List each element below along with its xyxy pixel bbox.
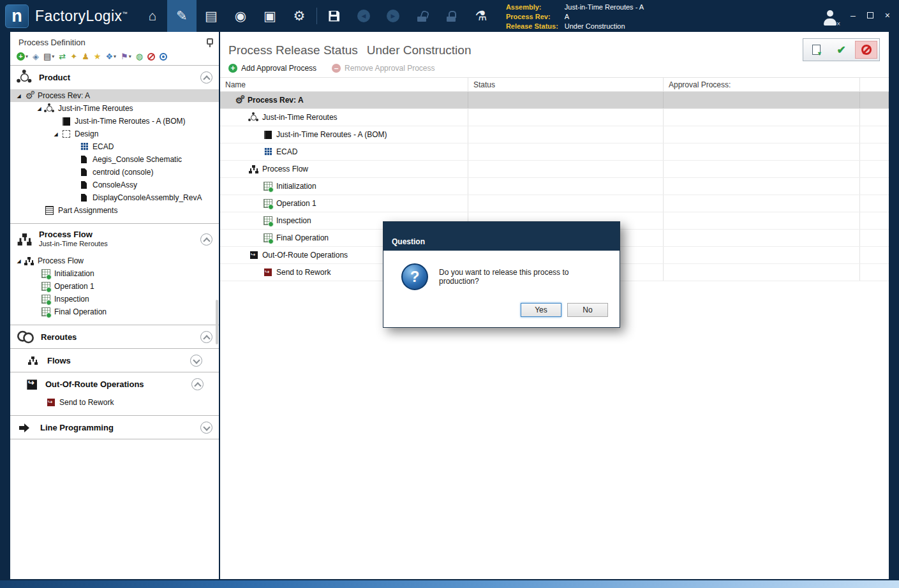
web-view-button[interactable]: ◈ [33,52,39,61]
audit-search-button[interactable]: ⚗ [466,0,496,32]
collapse-process-flow-button[interactable] [200,233,212,246]
tree-item-final-operation[interactable]: Final Operation [10,305,219,318]
tree-item-send-to-rework[interactable]: Send to Rework [10,396,219,409]
maximize-button[interactable] [867,11,873,20]
revoke-release-button[interactable] [855,41,877,59]
tree-item-initialization[interactable]: Initialization [10,267,219,280]
minimize-button[interactable]: – [851,11,856,20]
tree-item-part-assignments[interactable]: Part Assignments [10,204,219,217]
table-row-product[interactable]: Just-in-Time Reroutes [220,109,889,126]
save-button[interactable] [320,0,349,32]
tree-item-process-flow[interactable]: ◢Process Flow [10,254,219,267]
expander-icon[interactable]: ◢ [36,106,43,112]
toolbar-separator [316,8,317,24]
globe-icon: ◍ [136,52,143,61]
table-row-operation-1[interactable]: Operation 1 [220,195,889,212]
operation-table-icon [263,182,272,191]
documents-button[interactable]: ▣ [255,0,285,32]
table-row-bom[interactable]: Just-in-Time Reroutes - A (BOM) [220,126,889,143]
tree-item-product[interactable]: ◢Just-in-Time Reroutes [10,102,219,115]
add-approval-process-button[interactable]: + Add Approval Process [228,64,316,73]
table-row-process-rev[interactable]: Process Rev: A [220,92,889,109]
column-header-status[interactable]: Status [468,78,664,91]
forward-button[interactable]: ▶ [378,0,408,32]
expander-icon[interactable]: ◢ [15,93,22,99]
print-button[interactable]: ▤▾ [43,52,54,61]
flows-section-header[interactable]: Flows [10,349,219,372]
yes-button[interactable]: Yes [521,303,561,317]
production-button[interactable]: ▤ [197,0,226,32]
info-button[interactable] [160,53,167,61]
tree-item-consoleassy[interactable]: ConsoleAssy [10,179,219,191]
collapse-reroutes-button[interactable] [200,331,212,343]
column-header-name[interactable]: Name [220,78,468,91]
back-button[interactable]: ◀ [349,0,378,32]
tree-item-label: Operation 1 [54,282,94,291]
remove-approval-process-button[interactable]: – Remove Approval Process [332,64,435,73]
tree-item-schematic[interactable]: Aegis_Console Schematic [10,153,219,166]
close-button[interactable]: × [885,11,890,20]
key-button[interactable]: ✦ [70,52,77,61]
audit-flask-icon: ⚗ [475,8,487,24]
dialog-titlebar: Question [383,222,620,251]
out-of-route-section-header[interactable]: Out-Of-Route Operations [10,372,219,395]
collapse-product-button[interactable] [200,71,212,84]
tree-item-ecad[interactable]: ECAD [10,140,219,153]
question-icon: ? [401,263,428,290]
no-button[interactable]: No [567,303,608,317]
column-header-approval[interactable]: Approval Process: [664,78,860,91]
navigator-button[interactable]: ◉ [226,0,255,32]
process-definition-button[interactable]: ✎ [167,0,197,32]
tree-item-inspection[interactable]: Inspection [10,293,219,305]
product-tree: ◢Process Rev: A ◢Just-in-Time Reroutes J… [10,89,219,223]
expander-icon[interactable]: ◢ [15,258,22,264]
globe-button[interactable]: ◍ [136,52,143,61]
process-flow-tree: ◢Process Flow Initialization Operation 1… [10,254,219,325]
tree-item-label: Inspection [54,295,89,304]
approve-release-button[interactable]: ✔ [830,41,852,59]
caret-down-icon: ▾ [52,54,54,59]
deactivate-button[interactable] [147,53,155,61]
tree-item-process-rev[interactable]: ◢Process Rev: A [10,89,219,102]
flag-button[interactable]: ⚑▾ [121,52,131,61]
tree-item-label: ECAD [93,142,114,151]
table-row-ecad[interactable]: ECAD [220,143,889,161]
row-blank [860,178,889,195]
tree-item-operation-1[interactable]: Operation 1 [10,280,219,293]
row-blank [860,143,889,160]
unlock-button[interactable] [408,0,437,32]
star-icon: ★ [94,52,101,61]
settings-button[interactable]: ⚙ [285,0,314,32]
tree-item-design[interactable]: ◢Design [10,128,219,140]
tree-item-bom[interactable]: Just-in-Time Reroutes - A (BOM) [10,115,219,128]
sidebar-scrollbar[interactable] [216,300,218,344]
process-flow-section-header[interactable]: Process Flow Just-in-Time Reroutes [10,224,219,254]
lock-button[interactable] [437,0,466,32]
operator-button[interactable]: ♟ [82,52,89,61]
favorites-button[interactable]: ★ [94,52,101,61]
tree-item-displayconsole[interactable]: DisplayConsoleAssembly_RevA [10,191,219,204]
table-row-process-flow[interactable]: Process Flow [220,161,889,178]
row-blank [860,212,889,229]
logout-user-button[interactable]: × [821,10,839,27]
operation-table-icon [41,295,50,304]
home-button[interactable]: ⌂ [138,0,167,32]
release-document-button[interactable] [805,41,828,59]
collapse-out-of-route-button[interactable] [191,378,204,390]
expand-flows-button[interactable] [190,355,202,367]
swirl-icon: ◈ [33,52,39,61]
pin-icon[interactable] [205,38,212,47]
tree-item-centroid[interactable]: centroid (console) [10,166,219,179]
product-section-header[interactable]: Product [10,66,219,89]
line-programming-section-header[interactable]: Line Programming [10,416,219,439]
add-item-button[interactable]: +▾ [17,52,28,61]
reroutes-section-header[interactable]: Reroutes [10,325,219,348]
package-icon: ❖ [105,52,113,61]
row-approval [664,109,860,126]
expand-line-programming-button[interactable] [200,422,212,434]
table-row-initialization[interactable]: Initialization [220,178,889,195]
expander-icon[interactable]: ◢ [52,131,59,137]
compare-button[interactable]: ⇄ [59,52,66,61]
row-approval [664,126,860,143]
package-button[interactable]: ❖▾ [105,52,116,61]
